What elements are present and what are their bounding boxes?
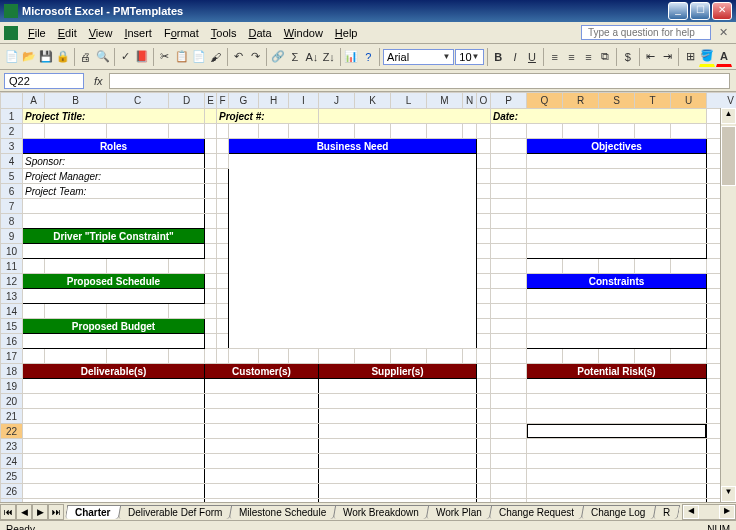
- help-search-input[interactable]: [581, 25, 711, 40]
- row-header-10[interactable]: 10: [1, 244, 23, 259]
- row-header-26[interactable]: 26: [1, 484, 23, 499]
- cell[interactable]: [491, 439, 527, 454]
- cell[interactable]: [23, 439, 205, 454]
- col-header-R[interactable]: R: [563, 93, 599, 109]
- col-header-D[interactable]: D: [169, 93, 205, 109]
- decrease-indent-button[interactable]: ⇤: [643, 47, 659, 67]
- cell[interactable]: [23, 394, 205, 409]
- autosum-button[interactable]: Σ: [287, 47, 303, 67]
- cell[interactable]: [491, 244, 527, 259]
- cell[interactable]: [205, 454, 319, 469]
- sheet-tab-work-plan[interactable]: Work Plan: [426, 505, 492, 519]
- row-header-14[interactable]: 14: [1, 304, 23, 319]
- cell[interactable]: [23, 259, 45, 274]
- cell[interactable]: [491, 169, 527, 184]
- row-header-19[interactable]: 19: [1, 379, 23, 394]
- cell[interactable]: [205, 424, 319, 439]
- cell[interactable]: [205, 469, 319, 484]
- cell[interactable]: [45, 304, 107, 319]
- vertical-scrollbar[interactable]: ▲ ▼: [720, 108, 736, 502]
- cell[interactable]: [23, 454, 205, 469]
- cell[interactable]: [391, 124, 427, 139]
- cell[interactable]: Roles: [23, 139, 205, 154]
- menu-tools[interactable]: Tools: [205, 25, 243, 41]
- cell[interactable]: [217, 349, 229, 364]
- sheet-tab-charter[interactable]: Charter: [65, 505, 121, 519]
- cell[interactable]: [671, 349, 707, 364]
- cell[interactable]: [23, 304, 45, 319]
- cell[interactable]: [23, 499, 205, 503]
- paste-button[interactable]: 📄: [191, 47, 207, 67]
- font-color-button[interactable]: A: [716, 47, 732, 67]
- cell[interactable]: [205, 499, 319, 503]
- cell[interactable]: [477, 199, 491, 214]
- menu-data[interactable]: Data: [242, 25, 277, 41]
- col-header-V[interactable]: V: [707, 93, 737, 109]
- cell[interactable]: [491, 199, 527, 214]
- cell[interactable]: [599, 124, 635, 139]
- cell[interactable]: [259, 349, 289, 364]
- research-button[interactable]: 📕: [134, 47, 150, 67]
- increase-indent-button[interactable]: ⇥: [659, 47, 675, 67]
- cell[interactable]: [205, 109, 217, 124]
- cell[interactable]: [635, 259, 671, 274]
- cell[interactable]: [477, 184, 491, 199]
- cell[interactable]: [45, 259, 107, 274]
- cell[interactable]: [217, 199, 229, 214]
- col-header-O[interactable]: O: [477, 93, 491, 109]
- col-header-Q[interactable]: Q: [527, 93, 563, 109]
- cut-button[interactable]: ✂: [157, 47, 173, 67]
- chart-wizard-button[interactable]: 📊: [343, 47, 359, 67]
- col-header-U[interactable]: U: [671, 93, 707, 109]
- cell[interactable]: [527, 334, 707, 349]
- cell[interactable]: [217, 184, 229, 199]
- cell[interactable]: [527, 499, 707, 503]
- cell[interactable]: [217, 169, 229, 184]
- cell[interactable]: [477, 169, 491, 184]
- cell[interactable]: [107, 124, 169, 139]
- cell[interactable]: [635, 124, 671, 139]
- scroll-right-button[interactable]: ▶: [719, 505, 735, 519]
- cell[interactable]: [205, 124, 217, 139]
- cell[interactable]: [169, 259, 205, 274]
- cell[interactable]: [319, 424, 477, 439]
- cell[interactable]: [527, 229, 707, 244]
- cell[interactable]: [527, 184, 707, 199]
- maximize-button[interactable]: ☐: [690, 2, 710, 20]
- cell[interactable]: [491, 484, 527, 499]
- cell[interactable]: [477, 154, 491, 169]
- cell[interactable]: [229, 349, 259, 364]
- horizontal-scrollbar[interactable]: ◀ ▶: [682, 504, 736, 520]
- cell[interactable]: Supplier(s): [319, 364, 477, 379]
- cell[interactable]: [477, 409, 491, 424]
- cell[interactable]: [477, 319, 491, 334]
- cell[interactable]: [477, 334, 491, 349]
- cell[interactable]: [427, 349, 463, 364]
- cell[interactable]: [563, 259, 599, 274]
- cell[interactable]: [217, 124, 229, 139]
- row-header-17[interactable]: 17: [1, 349, 23, 364]
- cell[interactable]: [205, 184, 217, 199]
- sort-desc-button[interactable]: Z↓: [321, 47, 337, 67]
- cell[interactable]: Driver "Triple Constraint": [23, 229, 205, 244]
- col-header-G[interactable]: G: [229, 93, 259, 109]
- cell[interactable]: [217, 154, 229, 169]
- cell[interactable]: Project Title:: [23, 109, 205, 124]
- row-header-24[interactable]: 24: [1, 454, 23, 469]
- cell[interactable]: [491, 274, 527, 289]
- tab-next-button[interactable]: ▶: [32, 504, 48, 520]
- cell[interactable]: [205, 304, 217, 319]
- cell[interactable]: [217, 259, 229, 274]
- cell[interactable]: [491, 409, 527, 424]
- cell[interactable]: [205, 394, 319, 409]
- col-header-E[interactable]: E: [205, 93, 217, 109]
- print-preview-button[interactable]: 🔍: [95, 47, 111, 67]
- cell[interactable]: [527, 319, 707, 334]
- spelling-button[interactable]: ✓: [117, 47, 133, 67]
- cell[interactable]: [491, 259, 527, 274]
- cell[interactable]: [319, 439, 477, 454]
- col-header-J[interactable]: J: [319, 93, 355, 109]
- cell[interactable]: [205, 244, 217, 259]
- font-size-selector[interactable]: 10▼: [455, 49, 483, 65]
- menu-format[interactable]: Format: [158, 25, 205, 41]
